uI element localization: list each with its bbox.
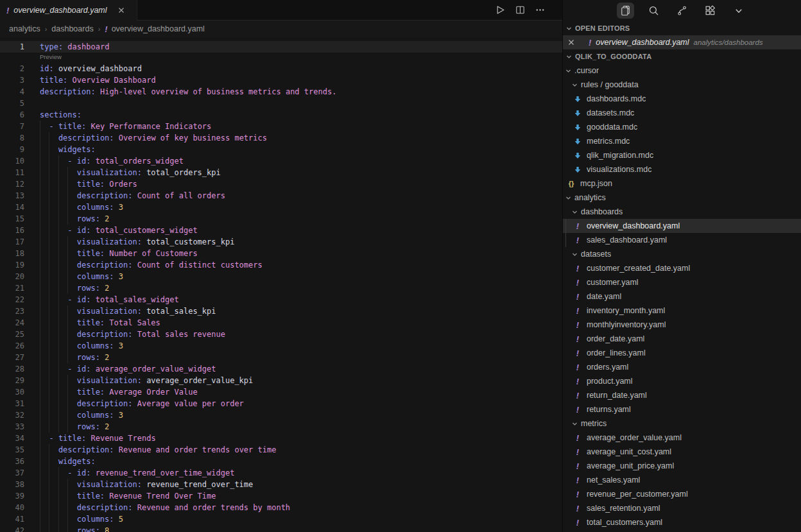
editor-actions xyxy=(495,5,545,15)
code-line-38[interactable]: 38visualization: revenue_trend_over_time xyxy=(0,479,563,490)
code-line-18[interactable]: 18title: Number of Customers xyxy=(0,248,563,259)
tree-file-product-yaml[interactable]: !product.yaml xyxy=(563,374,801,388)
code-line-17[interactable]: 17visualization: total_customers_kpi xyxy=(0,236,563,248)
code-line-6[interactable]: 6sections: xyxy=(0,109,563,121)
tree-file-qlik-migration-mdc[interactable]: qlik_migration.mdc xyxy=(563,148,801,162)
tab-label: overview_dashboard.yaml xyxy=(13,6,107,15)
tree-folder-rules-gooddata[interactable]: rules / gooddata xyxy=(563,78,801,92)
code-line-27[interactable]: 27rows: 2 xyxy=(0,352,563,363)
code-line-30[interactable]: 30title: Average Order Value xyxy=(0,386,563,398)
code-line-42[interactable]: 42rows: 8 xyxy=(0,525,563,532)
code-line-36[interactable]: 36widgets: xyxy=(0,456,563,467)
code-line-4[interactable]: 4description: High-level overview of bus… xyxy=(0,86,563,98)
code-line-33[interactable]: 33rows: 2 xyxy=(0,421,563,433)
tree-file-visualizations-mdc[interactable]: visualizations.mdc xyxy=(563,162,801,176)
search-icon[interactable] xyxy=(645,3,662,19)
code-line-24[interactable]: 24title: Total Sales xyxy=(0,317,563,329)
tree-file-net-sales-yaml[interactable]: !net_sales.yaml xyxy=(563,473,801,487)
tree-file-sales-retention-yaml[interactable]: !sales_retention.yaml xyxy=(563,501,801,515)
tree-file-average-order-value-yaml[interactable]: !average_order_value.yaml xyxy=(563,431,801,445)
code-line-41[interactable]: 41columns: 5 xyxy=(0,513,563,525)
tree-file-sales-dashboard-yaml[interactable]: !sales_dashboard.yaml xyxy=(563,233,801,247)
files-icon[interactable] xyxy=(617,3,634,19)
tree-file-total-customers-yaml[interactable]: !total_customers.yaml xyxy=(563,515,801,529)
tree-file-customer-yaml[interactable]: !customer.yaml xyxy=(563,275,801,289)
code-line-14[interactable]: 14columns: 3 xyxy=(0,202,563,213)
tree-folder-metrics[interactable]: metrics xyxy=(563,416,801,431)
tree-folder-dashboards[interactable]: dashboards xyxy=(563,205,801,219)
code-line-23[interactable]: 23visualization: total_sales_kpi xyxy=(0,305,563,317)
tree-file-returns-yaml[interactable]: !returns.yaml xyxy=(563,402,801,416)
code-line-28[interactable]: 28- id: average_order_value_widget xyxy=(0,363,563,375)
tree-file-return-date-yaml[interactable]: !return_date.yaml xyxy=(563,388,801,402)
code-line-40[interactable]: 40description: Revenue and order trends … xyxy=(0,502,563,513)
code-line-32[interactable]: 32columns: 3 xyxy=(0,409,563,421)
yaml-file-icon: ! xyxy=(105,25,107,33)
close-tab-icon[interactable] xyxy=(118,7,125,13)
breadcrumb-item-analytics[interactable]: analytics xyxy=(9,24,40,33)
tree-file-overview-dashboard-yaml[interactable]: !overview_dashboard.yaml xyxy=(563,219,801,233)
close-editor-icon[interactable] xyxy=(568,39,574,46)
tree-file-revenue-per-customer-yaml[interactable]: !revenue_per_customer.yaml xyxy=(563,487,801,501)
code-line-26[interactable]: 26columns: 3 xyxy=(0,340,563,352)
code-line-39[interactable]: 39title: Revenue Trend Over Time xyxy=(0,490,563,502)
code-line-9[interactable]: 9widgets: xyxy=(0,144,563,155)
tree-file-orders-yaml[interactable]: !orders.yaml xyxy=(563,360,801,374)
code-line-16[interactable]: 16- id: total_customers_widget xyxy=(0,225,563,236)
indent-guide xyxy=(49,340,49,352)
tree-file-inventory-month-yaml[interactable]: !inventory_month.yaml xyxy=(563,304,801,318)
code-line-7[interactable]: 7- title: Key Performance Indicators xyxy=(0,121,563,132)
tree-file-order-lines-yaml[interactable]: !order_lines.yaml xyxy=(563,346,801,360)
code-line-35[interactable]: 35description: Revenue and order trends … xyxy=(0,444,563,456)
code-line-5[interactable]: 5 xyxy=(0,98,563,109)
yaml-file-icon: ! xyxy=(574,335,581,343)
code-editor[interactable]: 1type: dashboardPreview2id: overview_das… xyxy=(0,37,563,532)
indent-guide xyxy=(67,340,68,352)
code-line-29[interactable]: 29visualization: average_order_value_kpi xyxy=(0,375,563,386)
tree-file-datasets-mdc[interactable]: datasets.mdc xyxy=(563,106,801,120)
project-section-header[interactable]: QLIK_TO_GOODDATA xyxy=(563,49,801,64)
code-line-31[interactable]: 31description: Average value per order xyxy=(0,398,563,409)
code-line-1[interactable]: 1type: dashboard xyxy=(0,41,563,53)
tree-file-average-unit-cost-yaml[interactable]: !average_unit_cost.yaml xyxy=(563,445,801,459)
open-editor-item[interactable]: ! overview_dashboard.yaml analytics/dash… xyxy=(563,35,801,49)
tree-file-gooddata-mdc[interactable]: gooddata.mdc xyxy=(563,120,801,134)
code-line-11[interactable]: 11visualization: total_orders_kpi xyxy=(0,167,563,178)
tree-folder-analytics[interactable]: analytics xyxy=(563,191,801,205)
run-icon[interactable] xyxy=(495,5,505,15)
code-line-10[interactable]: 10- id: total_orders_widget xyxy=(0,155,563,167)
code-line-22[interactable]: 22- id: total_sales_widget xyxy=(0,294,563,305)
tree-file-dashboards-mdc[interactable]: dashboards.mdc xyxy=(563,92,801,106)
breadcrumb-item-dashboards[interactable]: dashboards xyxy=(51,24,93,33)
tree-file-date-yaml[interactable]: !date.yaml xyxy=(563,289,801,304)
code-line-3[interactable]: 3title: Overview Dashboard xyxy=(0,74,563,86)
code-line-34[interactable]: 34- title: Revenue Trends xyxy=(0,433,563,444)
yaml-file-icon: ! xyxy=(574,222,581,230)
extensions-icon[interactable] xyxy=(702,3,719,19)
tree-file-monthlyinventory-yaml[interactable]: !monthlyinventory.yaml xyxy=(563,318,801,332)
tree-folder--cursor[interactable]: .cursor xyxy=(563,64,801,78)
split-editor-icon[interactable] xyxy=(515,5,525,15)
tab-overview-dashboard[interactable]: ! overview_dashboard.yaml xyxy=(0,0,137,21)
code-line-13[interactable]: 13description: Count of all orders xyxy=(0,190,563,202)
tree-file-mcp-json[interactable]: {}mcp.json xyxy=(563,176,801,191)
more-actions-icon[interactable] xyxy=(535,5,545,15)
tree-file-customer-created-date-yaml[interactable]: !customer_created_date.yaml xyxy=(563,261,801,275)
chevron-down-icon[interactable] xyxy=(730,3,747,19)
code-line-2[interactable]: 2id: overview_dashboard xyxy=(0,63,563,74)
source-control-icon[interactable] xyxy=(673,3,691,19)
tree-file-metrics-mdc[interactable]: metrics.mdc xyxy=(563,134,801,148)
tree-file-order-date-yaml[interactable]: !order_date.yaml xyxy=(563,332,801,346)
code-line-21[interactable]: 21rows: 2 xyxy=(0,282,563,294)
code-line-37[interactable]: 37- id: revenue_trend_over_time_widget xyxy=(0,467,563,479)
code-line-25[interactable]: 25description: Total sales revenue xyxy=(0,329,563,340)
code-line-15[interactable]: 15rows: 2 xyxy=(0,213,563,225)
breadcrumb-item-overview_dashboard.yaml[interactable]: !overview_dashboard.yaml xyxy=(105,24,205,33)
code-line-12[interactable]: 12title: Orders xyxy=(0,178,563,190)
tree-file-average-unit-price-yaml[interactable]: !average_unit_price.yaml xyxy=(563,459,801,473)
open-editors-header[interactable]: OPEN EDITORS xyxy=(563,21,801,35)
tree-folder-datasets[interactable]: datasets xyxy=(563,247,801,261)
code-line-20[interactable]: 20columns: 3 xyxy=(0,271,563,282)
code-line-19[interactable]: 19description: Count of distinct custome… xyxy=(0,259,563,271)
code-line-8[interactable]: 8description: Overview of key business m… xyxy=(0,132,563,144)
